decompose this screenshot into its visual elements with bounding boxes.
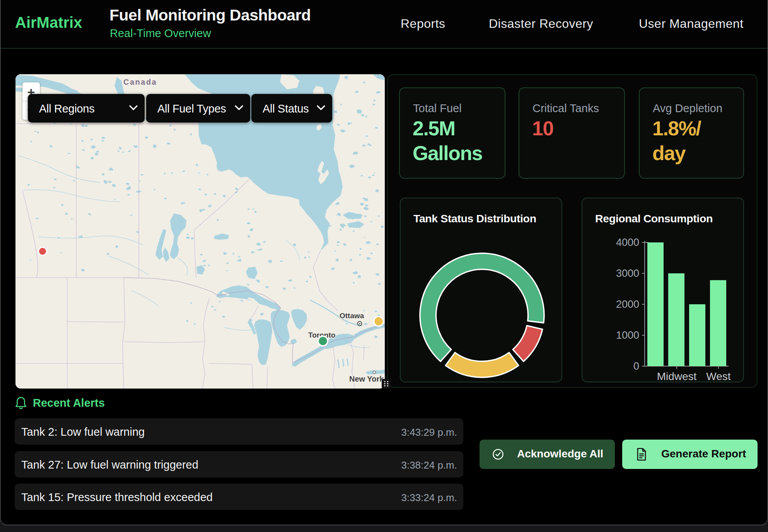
svg-text:Canada: Canada (123, 78, 157, 86)
svg-text:New York: New York (349, 375, 384, 383)
svg-text:4000: 4000 (616, 237, 639, 248)
svg-text:Ottawa: Ottawa (340, 312, 364, 320)
svg-text:West: West (706, 370, 730, 382)
svg-text:3000: 3000 (616, 268, 639, 279)
svg-text:2000: 2000 (616, 298, 639, 310)
svg-text:0: 0 (633, 360, 639, 372)
svg-text:1000: 1000 (616, 329, 639, 341)
svg-text:Midwest: Midwest (657, 370, 697, 382)
